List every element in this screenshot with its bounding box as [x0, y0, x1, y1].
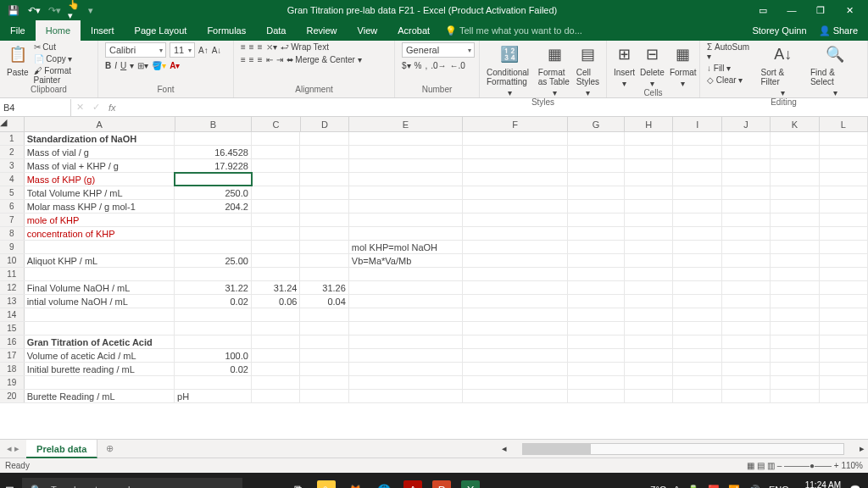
- cell[interactable]: [568, 390, 625, 402]
- cell[interactable]: 0.02: [175, 295, 252, 308]
- cell[interactable]: [349, 336, 463, 348]
- cell[interactable]: [463, 186, 568, 199]
- cell[interactable]: [820, 214, 868, 226]
- cell[interactable]: [349, 227, 463, 240]
- cell[interactable]: [771, 254, 819, 267]
- cell[interactable]: [463, 390, 568, 402]
- cell[interactable]: [252, 322, 300, 335]
- cell[interactable]: [175, 173, 252, 186]
- cell[interactable]: [175, 241, 252, 253]
- view-normal-icon[interactable]: ▦: [747, 461, 754, 470]
- cell[interactable]: [349, 200, 463, 213]
- col-header-D[interactable]: D: [301, 117, 349, 131]
- cell[interactable]: [820, 241, 868, 253]
- paste-button[interactable]: 📋 Paste: [7, 42, 29, 77]
- cell[interactable]: [722, 322, 771, 335]
- cell[interactable]: concentration of KHP: [25, 227, 175, 240]
- cell[interactable]: [771, 322, 819, 335]
- indent-inc-icon[interactable]: ⇥: [276, 55, 283, 64]
- cut-button[interactable]: ✂ Cut: [34, 42, 56, 52]
- col-header-J[interactable]: J: [722, 117, 771, 131]
- cell[interactable]: [568, 363, 625, 375]
- cell[interactable]: [771, 241, 819, 253]
- cell[interactable]: [771, 336, 819, 348]
- cell[interactable]: [349, 268, 463, 280]
- cell[interactable]: [568, 349, 625, 362]
- row-header[interactable]: 12: [0, 281, 25, 294]
- cell[interactable]: [568, 308, 625, 321]
- powerpoint-icon[interactable]: P: [432, 480, 451, 488]
- cell[interactable]: [673, 159, 721, 172]
- orientation-icon[interactable]: ⤬▾: [266, 42, 277, 52]
- conditional-formatting-button[interactable]: 🔢Conditional Formatting▾: [487, 42, 533, 97]
- insert-cells-button[interactable]: ⊞Insert▾: [614, 42, 635, 88]
- cell[interactable]: [820, 295, 868, 308]
- cell[interactable]: [252, 214, 300, 226]
- cell[interactable]: [722, 295, 771, 308]
- cell[interactable]: [625, 214, 673, 226]
- cell[interactable]: [771, 295, 819, 308]
- cell[interactable]: [722, 254, 771, 267]
- cell[interactable]: [771, 363, 819, 375]
- cell[interactable]: [349, 349, 463, 362]
- cell[interactable]: [625, 281, 673, 294]
- cell[interactable]: [625, 295, 673, 308]
- cell[interactable]: [568, 200, 625, 213]
- bold-button[interactable]: B: [105, 61, 111, 70]
- cell[interactable]: [568, 132, 625, 145]
- cell[interactable]: [25, 322, 175, 335]
- cell[interactable]: [25, 376, 175, 389]
- row-header[interactable]: 8: [0, 227, 25, 240]
- cell[interactable]: [175, 308, 252, 321]
- cell[interactable]: [252, 186, 300, 199]
- cell[interactable]: [175, 336, 252, 348]
- cell[interactable]: [722, 132, 771, 145]
- cell[interactable]: [349, 186, 463, 199]
- cell[interactable]: Initial burette reading / mL: [25, 363, 175, 375]
- cell[interactable]: [463, 200, 568, 213]
- taskview-icon[interactable]: ⧉: [288, 480, 307, 488]
- cell[interactable]: [820, 227, 868, 240]
- cell[interactable]: [820, 200, 868, 213]
- cell[interactable]: 16.4528: [175, 146, 252, 158]
- col-header-I[interactable]: I: [673, 117, 721, 131]
- cell[interactable]: [252, 376, 300, 389]
- format-as-table-button[interactable]: ▦Format as Table▾: [538, 42, 571, 97]
- delete-cells-button[interactable]: ⊟Delete▾: [640, 42, 665, 88]
- cell[interactable]: [25, 241, 175, 253]
- cell[interactable]: [568, 254, 625, 267]
- dec-decimal-button[interactable]: ←.0: [450, 61, 465, 70]
- fx-icon[interactable]: fx: [108, 103, 116, 113]
- cell[interactable]: [349, 363, 463, 375]
- row-header[interactable]: 5: [0, 186, 25, 199]
- cell[interactable]: [771, 159, 819, 172]
- share-button[interactable]: 👤 Share: [819, 25, 858, 36]
- cell[interactable]: [771, 146, 819, 158]
- cell[interactable]: [252, 200, 300, 213]
- view-break-icon[interactable]: ▥: [767, 461, 775, 470]
- cell[interactable]: [820, 281, 868, 294]
- align-bottom-icon[interactable]: ≡: [258, 42, 263, 52]
- percent-button[interactable]: %: [415, 61, 422, 70]
- row-header[interactable]: 2: [0, 146, 25, 158]
- name-box[interactable]: B4: [0, 99, 71, 116]
- cell[interactable]: [771, 390, 819, 402]
- battery-icon[interactable]: 🔋: [687, 485, 699, 489]
- cell[interactable]: [625, 376, 673, 389]
- cell[interactable]: 250.0: [175, 186, 252, 199]
- app-tray-icon[interactable]: 🟥: [708, 485, 720, 489]
- cell[interactable]: [349, 390, 463, 402]
- row-header[interactable]: 20: [0, 390, 25, 402]
- cell[interactable]: [820, 268, 868, 280]
- underline-button[interactable]: U: [120, 61, 126, 70]
- volume-icon[interactable]: 🔊: [748, 485, 760, 489]
- align-right-icon[interactable]: ≡: [258, 55, 263, 64]
- cell[interactable]: [300, 214, 348, 226]
- spreadsheet-grid[interactable]: ◢ ABCDEFGHIJKL 1Standardization of NaOH2…: [0, 117, 868, 439]
- cell[interactable]: [175, 376, 252, 389]
- row-header[interactable]: 17: [0, 349, 25, 362]
- cell[interactable]: [673, 200, 721, 213]
- clock[interactable]: 11:24 AM2021-11-17: [798, 480, 841, 488]
- chrome-icon[interactable]: 🌐: [375, 480, 393, 488]
- cell[interactable]: Mass of vial + KHP / g: [25, 159, 175, 172]
